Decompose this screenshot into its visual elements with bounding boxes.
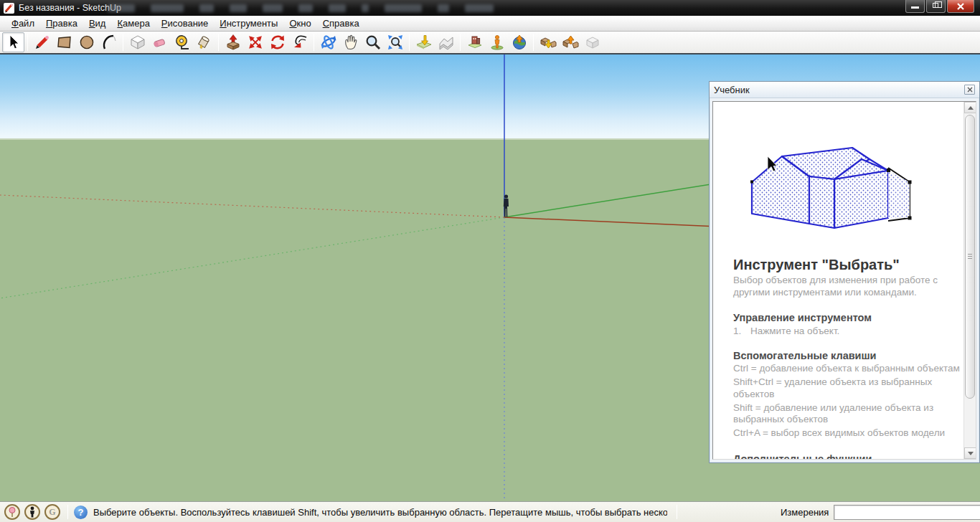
follow-me-tool-button[interactable] <box>288 32 311 52</box>
preview-google-earth-button[interactable] <box>508 32 530 52</box>
instructor-step: 1. Нажмите на объект. <box>733 326 961 336</box>
scroll-up-button[interactable] <box>964 102 976 113</box>
instructor-content-frame: Инструмент "Выбрать" Выбор объектов для … <box>712 101 976 460</box>
rotate-icon <box>269 34 286 51</box>
thumb-grip-icon <box>968 254 972 260</box>
step-number: 1. <box>733 326 750 336</box>
building-maker-button[interactable] <box>486 32 508 52</box>
step-text: Нажмите на объект. <box>750 326 839 336</box>
toolbar-separator <box>314 34 314 51</box>
zoom-magnifier-icon <box>364 34 382 51</box>
menu-camera[interactable]: Камера <box>111 16 155 30</box>
rotate-tool-button[interactable] <box>266 32 288 52</box>
scroll-down-button[interactable] <box>964 447 976 459</box>
measurements-label: Измерения <box>781 507 829 518</box>
photo-textures-button[interactable] <box>463 32 486 52</box>
help-icon[interactable]: ? <box>74 506 88 519</box>
sketchup-logo-icon <box>4 3 14 14</box>
person-icon <box>28 506 37 518</box>
menu-edit[interactable]: Правка <box>40 16 83 30</box>
background-window-artifacts <box>108 4 494 12</box>
zoom-tool-button[interactable] <box>362 32 384 52</box>
push-pull-tool-button[interactable] <box>222 32 244 52</box>
scrollbar-thumb[interactable] <box>965 115 975 399</box>
instructor-panel-titlebar[interactable]: Учебник <box>710 82 979 98</box>
share-component-button[interactable] <box>581 32 603 52</box>
component-box-icon <box>129 34 146 51</box>
make-component-button[interactable] <box>126 32 149 52</box>
instructor-close-button[interactable] <box>964 85 975 95</box>
section-heading-advanced: Дополнительные функции <box>733 453 955 459</box>
menu-tools[interactable]: Инструменты <box>214 16 283 30</box>
geolocation-status-button[interactable] <box>4 504 20 520</box>
close-icon <box>967 87 973 92</box>
google-attribution-button[interactable]: G <box>44 504 60 520</box>
menu-draw[interactable]: Рисование <box>156 16 214 30</box>
orbit-icon <box>320 34 337 51</box>
instructor-description: Выбор объектов для изменения при работе … <box>733 275 961 298</box>
menu-view[interactable]: Вид <box>83 16 112 30</box>
move-tool-button[interactable] <box>244 32 266 52</box>
window-title: Без названия - SketchUp <box>19 3 121 13</box>
instructor-content: Инструмент "Выбрать" Выбор объектов для … <box>713 102 963 459</box>
select-tool-button[interactable] <box>2 32 24 52</box>
paint-bucket-tool-button[interactable] <box>193 32 215 52</box>
close-button[interactable] <box>947 0 974 13</box>
measurements-input[interactable] <box>834 505 980 520</box>
menu-window[interactable]: Окно <box>283 16 316 30</box>
google-attribution-icon: G <box>49 507 55 518</box>
menu-help[interactable]: Справка <box>317 16 365 30</box>
status-divider <box>677 505 677 519</box>
instructor-panel-title: Учебник <box>714 85 964 95</box>
add-location-button[interactable] <box>413 32 435 52</box>
follow-me-icon <box>291 34 308 51</box>
circle-tool-button[interactable] <box>75 32 98 52</box>
arc-tool-button[interactable] <box>98 32 120 52</box>
get-models-button[interactable] <box>537 32 559 52</box>
pan-tool-button[interactable] <box>339 32 362 52</box>
zoom-extents-button[interactable] <box>384 32 406 52</box>
status-bar: G ? Выберите объекты. Воспользуйтесь кла… <box>0 501 980 522</box>
minimize-icon <box>911 6 919 9</box>
section-heading-control: Управление инструментом <box>733 312 955 323</box>
close-icon <box>957 3 964 10</box>
restore-button[interactable] <box>926 0 946 13</box>
toolbar-separator <box>533 34 534 51</box>
orbit-tool-button[interactable] <box>317 32 339 52</box>
sketchup-window: Без названия - SketchUp Файл Правка Вид … <box>0 0 980 522</box>
building-maker-figure-icon <box>489 34 506 51</box>
section-heading-modifier-keys: Вспомогательные клавиши <box>733 350 955 361</box>
line-tool-button[interactable] <box>31 32 53 52</box>
google-earth-globe-icon <box>511 34 528 51</box>
arc-icon <box>100 34 118 51</box>
share-model-icon <box>562 34 579 51</box>
instructor-panel: Учебник <box>709 81 980 463</box>
paint-bucket-icon <box>196 34 213 51</box>
toggle-terrain-button[interactable] <box>435 32 457 52</box>
tape-measure-tool-button[interactable] <box>171 32 193 52</box>
menu-file[interactable]: Файл <box>6 16 40 30</box>
eraser-tool-button[interactable] <box>149 32 171 52</box>
tape-measure-icon <box>174 34 191 51</box>
move-icon <box>247 34 264 51</box>
minimize-button[interactable] <box>905 0 925 13</box>
arrow-up-icon <box>968 106 974 110</box>
toolbar-separator <box>460 34 461 51</box>
share-model-button[interactable] <box>559 32 581 52</box>
menu-bar: Файл Правка Вид Камера Рисование Инструм… <box>0 16 980 32</box>
title-bar[interactable]: Без названия - SketchUp <box>0 0 980 16</box>
instructor-scrollbar[interactable] <box>963 102 976 459</box>
green-axis-dotted <box>0 217 504 298</box>
select-tool-illustration <box>746 138 917 232</box>
push-pull-icon <box>225 34 242 51</box>
credit-attribution-button[interactable] <box>24 504 40 520</box>
status-separator <box>67 505 68 519</box>
shortcut-line: Shift+Ctrl = удаление объекта из выбранн… <box>733 376 963 400</box>
get-models-icon <box>540 34 557 51</box>
share-component-icon <box>584 34 601 51</box>
terrain-icon <box>438 34 455 51</box>
toolbar-separator <box>218 34 219 51</box>
rectangle-tool-button[interactable] <box>53 32 75 52</box>
pencil-icon <box>34 34 51 51</box>
restore-icon <box>933 3 938 8</box>
